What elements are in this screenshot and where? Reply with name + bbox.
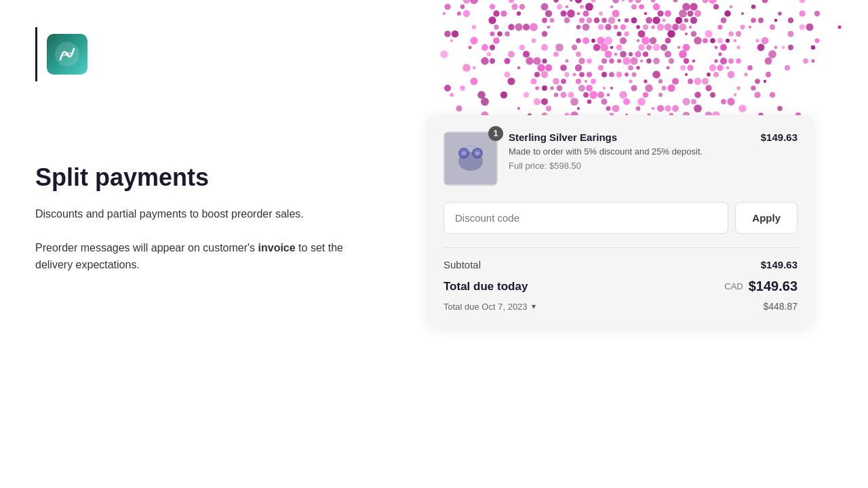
total-later-value: $448.87: [763, 301, 797, 312]
product-row: 1 Sterling Silver Earings Made to order …: [443, 131, 797, 186]
svg-point-8: [462, 152, 466, 155]
svg-point-1: [65, 52, 69, 56]
right-panel: 1 Sterling Silver Earings Made to order …: [427, 115, 814, 328]
total-today-right: CAD $149.63: [724, 279, 797, 294]
total-later-label[interactable]: Total due Oct 7, 2023 ▾: [443, 302, 536, 312]
product-name: Sterling Silver Earings: [509, 131, 750, 143]
product-quantity-badge: 1: [488, 126, 503, 141]
subtotal-row: Subtotal $149.63: [443, 259, 797, 270]
subtotal-label: Subtotal: [443, 259, 481, 270]
product-full-price: Full price: $598.50: [509, 161, 750, 171]
product-image: [443, 131, 498, 186]
product-price: $149.63: [761, 131, 797, 143]
total-today-value: $149.63: [749, 279, 797, 294]
description-2: Preorder messages will appear on custome…: [35, 239, 361, 274]
page-title: Split payments: [35, 163, 361, 192]
discount-row: Apply: [443, 202, 797, 234]
product-info: Sterling Silver Earings Made to order wi…: [509, 131, 750, 171]
apply-discount-button[interactable]: Apply: [735, 202, 797, 234]
left-panel: Split payments Discounts and partial pay…: [35, 27, 361, 290]
main-content: Split payments Discounts and partial pay…: [35, 163, 361, 274]
product-image-wrapper: 1: [443, 131, 498, 186]
checkout-card: 1 Sterling Silver Earings Made to order …: [427, 115, 814, 328]
product-description: Made to order with 5% discount and 25% d…: [509, 146, 750, 158]
chevron-down-icon: ▾: [532, 302, 536, 311]
currency-label: CAD: [724, 281, 743, 291]
discount-code-input[interactable]: [443, 202, 728, 234]
description-1: Discounts and partial payments to boost …: [35, 205, 361, 223]
total-today-label: Total due today: [443, 280, 528, 293]
divider: [443, 247, 797, 248]
app-logo: [47, 34, 87, 75]
total-later-row: Total due Oct 7, 2023 ▾ $448.87: [443, 301, 797, 312]
logo-area: [35, 27, 361, 81]
total-today-row: Total due today CAD $149.63: [443, 279, 797, 294]
svg-point-9: [475, 152, 479, 155]
vertical-divider: [35, 27, 37, 81]
subtotal-value: $149.63: [761, 259, 797, 270]
